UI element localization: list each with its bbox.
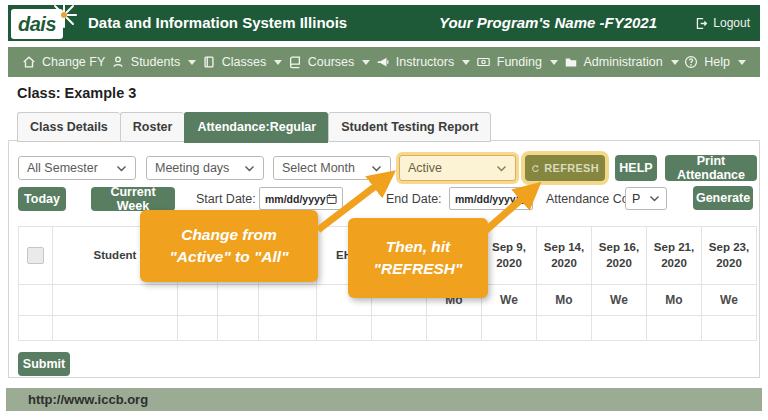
calendar-icon [326, 193, 337, 205]
status-select-value: Active [408, 161, 442, 175]
date-column-header: Sep 16, 2020 [592, 227, 647, 285]
chevron-down-icon [550, 60, 558, 65]
day-row-cell [178, 285, 218, 316]
empty-cell [537, 316, 592, 341]
chevron-down-icon [244, 165, 255, 172]
select-all-cell [19, 227, 53, 285]
nav-classes[interactable]: Classes [202, 55, 282, 69]
chevron-down-icon [371, 165, 382, 172]
logout-button[interactable]: Logout [695, 5, 750, 41]
chevron-down-icon [116, 165, 127, 172]
annotation-callout-change-active: Change from "Active" to "All" [140, 210, 318, 282]
tab-class-details[interactable]: Class Details [17, 112, 120, 142]
day-row-cell [259, 285, 317, 316]
nav-label: Classes [222, 55, 266, 69]
date-column-header: Sep 9, 2020 [482, 227, 537, 285]
empty-cell [317, 316, 372, 341]
help-button[interactable]: HELP [615, 155, 657, 181]
semester-select[interactable]: All Semester [18, 156, 136, 180]
footer-url[interactable]: http://www.iccb.org [28, 392, 148, 407]
nav-change-fy[interactable]: Change FY [22, 55, 105, 69]
empty-cell [218, 316, 259, 341]
day-cell: We [702, 285, 757, 316]
nav-label: Funding [497, 55, 542, 69]
empty-cell [702, 316, 757, 341]
month-select-value: Select Month [282, 161, 355, 175]
nav-students[interactable]: Students [111, 55, 196, 69]
print-attendance-button[interactable]: Print Attendance [665, 155, 757, 181]
course-icon [288, 55, 302, 69]
generate-button[interactable]: Generate [693, 186, 753, 210]
date-column-header: Sep 23, 2020 [702, 227, 757, 285]
date-column-header: Sep 21, 2020 [647, 227, 702, 285]
app-header: dais Data and Information System Illinoi… [8, 5, 760, 41]
empty-cell [19, 316, 53, 341]
calendar-icon [516, 193, 527, 205]
annotation-callout-hit-refresh: Then, hit "REFRESH" [348, 218, 488, 298]
logout-icon [695, 17, 708, 30]
attendance-code-select[interactable]: P [625, 187, 667, 210]
nav-label: Change FY [42, 55, 105, 69]
nav-help[interactable]: Help [684, 55, 746, 69]
footer-bar: http://www.iccb.org [6, 388, 762, 411]
start-date-input[interactable]: mm/dd/yyyy [259, 187, 343, 210]
tab-roster[interactable]: Roster [120, 112, 185, 142]
chevron-down-icon [362, 60, 370, 65]
start-date-value: mm/dd/yyyy [265, 193, 326, 205]
folder-icon [564, 55, 578, 69]
megaphone-icon [376, 55, 390, 69]
tab-student-testing-report[interactable]: Student Testing Report [328, 112, 491, 142]
nav-instructors[interactable]: Instructors [376, 55, 470, 69]
meeting-days-select[interactable]: Meeting days [146, 156, 264, 180]
semester-select-value: All Semester [27, 161, 98, 175]
empty-cell [427, 316, 482, 341]
home-icon [22, 55, 36, 69]
chevron-down-icon [274, 60, 282, 65]
empty-cell [259, 316, 317, 341]
nav-label: Students [131, 55, 180, 69]
today-button[interactable]: Today [18, 187, 66, 211]
submit-button[interactable]: Submit [18, 352, 70, 376]
current-week-button[interactable]: Current Week [91, 187, 175, 211]
refresh-button[interactable]: REFRESH [525, 155, 605, 181]
book-icon [202, 55, 216, 69]
empty-cell [482, 316, 537, 341]
empty-cell [53, 316, 178, 341]
month-select[interactable]: Select Month [273, 156, 391, 180]
day-cell: Mo [537, 285, 592, 316]
annotation-text: Then, hit [348, 236, 488, 258]
app-title: Data and Information System Illinois [88, 5, 347, 41]
refresh-label: REFRESH [544, 162, 599, 174]
nav-label: Help [704, 55, 730, 69]
select-all-checkbox[interactable] [27, 247, 44, 264]
empty-cell [372, 316, 427, 341]
status-select[interactable]: Active [399, 155, 516, 181]
empty-cell [592, 316, 647, 341]
chevron-down-icon [188, 60, 196, 65]
start-date-label: Start Date: [196, 192, 256, 206]
nav-funding[interactable]: Funding [476, 55, 558, 69]
nav-label: Instructors [396, 55, 454, 69]
empty-cell [647, 316, 702, 341]
annotation-text: "Active" to "All" [140, 246, 318, 268]
banknote-icon [476, 55, 491, 69]
help-icon [684, 55, 698, 69]
nav-administration[interactable]: Administration [564, 55, 679, 69]
nav-courses[interactable]: Courses [288, 55, 371, 69]
nav-label: Courses [308, 55, 355, 69]
program-name: Your Program's Name -FY2021 [423, 5, 673, 41]
empty-cell [178, 316, 218, 341]
day-cell: We [592, 285, 647, 316]
meeting-days-select-value: Meeting days [155, 161, 229, 175]
person-icon [111, 55, 125, 69]
attendance-code-value: P [632, 192, 640, 206]
nav-label: Administration [584, 55, 663, 69]
annotation-text: "REFRESH" [348, 258, 488, 280]
logout-label: Logout [713, 16, 750, 30]
day-row-cell [19, 285, 53, 316]
annotation-text: Change from [140, 224, 318, 246]
chevron-down-icon [649, 195, 660, 202]
day-cell: Mo [647, 285, 702, 316]
tab-attendance-regular[interactable]: Attendance:Regular [184, 112, 328, 143]
end-date-input[interactable]: mm/dd/yyyy [449, 187, 533, 210]
